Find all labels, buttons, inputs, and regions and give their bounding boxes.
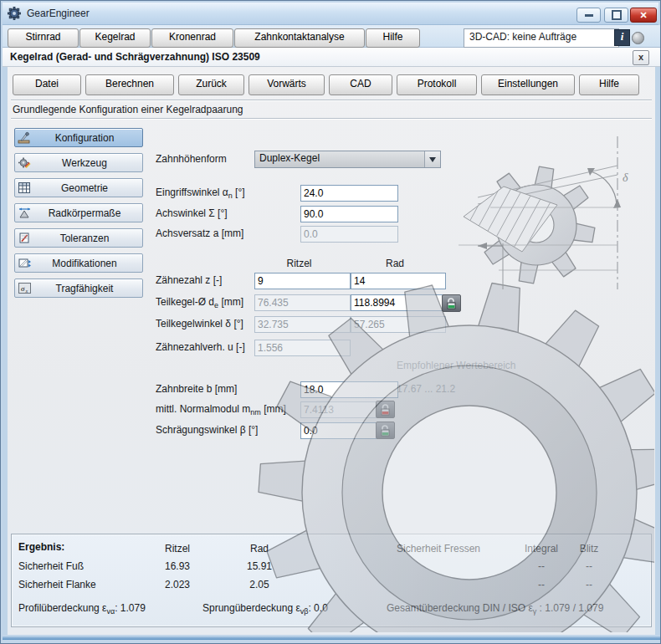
label-eingriffswinkel: Eingriffswinkel αn [°] bbox=[156, 187, 245, 200]
info-button[interactable]: i bbox=[614, 29, 630, 46]
menu-zahnkontaktanalyse[interactable]: Zahnkontaktanalyse bbox=[234, 28, 365, 48]
status-led bbox=[632, 32, 644, 44]
svg-text:σ: σ bbox=[21, 284, 25, 293]
app-gear-icon bbox=[8, 7, 21, 20]
teilkegel-ritzel-input bbox=[254, 294, 351, 311]
sidebar-item-label: Radkörpermaße bbox=[33, 207, 142, 219]
zahnbreite-input[interactable] bbox=[300, 381, 398, 398]
label-achswinkel: Achswinkel Σ [°] bbox=[156, 207, 228, 219]
minimize-button[interactable] bbox=[576, 8, 601, 23]
toolbar-zurueck[interactable]: Zurück bbox=[178, 74, 244, 95]
toolbar-datei[interactable]: Datei bbox=[13, 74, 81, 95]
results-header-fressen: Sicherheit Fressen bbox=[371, 543, 505, 555]
results-header-rad: Rad bbox=[226, 543, 293, 555]
eingriffswinkel-input[interactable] bbox=[300, 185, 398, 202]
sidebar-item-label: Toleranzen bbox=[33, 233, 142, 244]
lock-closed-icon bbox=[380, 403, 391, 416]
results-row-label: Sicherheit Flanke bbox=[18, 579, 96, 590]
sidebar-item-werkzeug[interactable]: Werkzeug bbox=[14, 153, 143, 172]
sidebar-item-label: Tragfähigkeit bbox=[33, 283, 142, 294]
modification-icon bbox=[15, 257, 33, 269]
sprung-overlap: Sprungüberdeckung εvβ: 0.0 bbox=[202, 602, 328, 616]
toolbar-einstellungen[interactable]: Einstellungen bbox=[481, 74, 575, 95]
cad-status-field: 3D-CAD: keine Aufträge bbox=[464, 28, 619, 48]
results-value: 16.93 bbox=[144, 560, 211, 572]
drafting-icon bbox=[15, 131, 33, 144]
zahnbreite-recommended-range: 17.67 ... 21.2 bbox=[397, 383, 455, 395]
sigma-icon: σx bbox=[15, 282, 33, 294]
results-header-ritzel: Ritzel bbox=[144, 543, 211, 555]
profil-overlap: Profilüberdeckung εvα: 1.079 bbox=[18, 602, 146, 616]
toolbar-vorwaerts[interactable]: Vorwärts bbox=[249, 74, 325, 95]
tool-gear-icon bbox=[15, 156, 33, 169]
sidebar-item-label: Konfiguration bbox=[33, 132, 142, 144]
divider bbox=[11, 118, 652, 120]
zaehnezahl-rad-input[interactable] bbox=[351, 273, 446, 289]
menu-stirnrad[interactable]: Stirnrad bbox=[8, 28, 79, 48]
label-zahnhoehenform: Zahnhöhenform bbox=[156, 153, 227, 165]
menu-kegelrad[interactable]: Kegelrad bbox=[79, 28, 151, 48]
results-row-label: Sicherheit Fuß bbox=[18, 560, 84, 572]
results-value: -- bbox=[560, 579, 618, 590]
results-header-blitz: Blitz bbox=[560, 543, 618, 555]
grid-icon bbox=[15, 181, 33, 194]
teilkegelwinkel-rad-input bbox=[351, 316, 446, 333]
title-bar: GearEngineer bbox=[3, 3, 658, 25]
normalmodul-lock-button[interactable] bbox=[376, 401, 395, 418]
frame-title: Kegelrad (Gerad- und Schrägverzahnung) I… bbox=[10, 51, 260, 63]
zaehnezahlverh-input bbox=[254, 340, 351, 356]
teilkegel-lock-button[interactable] bbox=[442, 294, 461, 312]
sidebar-item-label: Werkzeug bbox=[33, 157, 142, 169]
sidebar-item-geometrie[interactable]: Geometrie bbox=[14, 178, 143, 197]
close-icon: ✕ bbox=[639, 10, 647, 21]
sidebar-item-radkoerpermasse[interactable]: Radkörpermaße bbox=[14, 203, 143, 222]
menu-kronenrad[interactable]: Kronenrad bbox=[151, 28, 233, 48]
window-bottom-edge bbox=[3, 636, 660, 640]
svg-text:x: x bbox=[24, 289, 28, 294]
column-header-rad: Rad bbox=[351, 258, 439, 269]
label-teilkegel: Teilkegel-Ø de [mm] bbox=[156, 296, 243, 309]
window-title: GearEngineer bbox=[27, 8, 90, 19]
maximize-icon bbox=[612, 10, 622, 20]
normalmodul-input bbox=[300, 401, 378, 418]
sidebar-item-konfiguration[interactable]: Konfiguration bbox=[14, 128, 143, 147]
dimension-icon bbox=[15, 207, 33, 219]
sidebar-item-tragfaehigkeit[interactable]: σx Tragfähigkeit bbox=[14, 279, 143, 298]
teilkegel-rad-input[interactable] bbox=[351, 294, 446, 311]
achswinkel-input[interactable] bbox=[300, 206, 398, 222]
zahnhoehenform-dropdown[interactable]: Duplex-Kegel bbox=[254, 151, 441, 168]
sidebar-item-label: Geometrie bbox=[33, 182, 142, 194]
sidebar-item-label: Modifikationen bbox=[33, 258, 142, 269]
toolbar-cad[interactable]: CAD bbox=[329, 74, 392, 95]
gesamt-overlap: Gesamtüberdeckung DIN / ISO εγ : 1.079 /… bbox=[387, 602, 603, 616]
toolbar-hilfe[interactable]: Hilfe bbox=[579, 74, 639, 95]
results-value: -- bbox=[560, 560, 618, 572]
label-schraegungswinkel: Schrägungswinkel β [°] bbox=[156, 424, 258, 436]
schraegungswinkel-input[interactable] bbox=[300, 422, 378, 439]
close-button[interactable]: ✕ bbox=[630, 8, 657, 23]
results-value: 2.023 bbox=[144, 579, 211, 590]
toolbar-berechnen[interactable]: Berechnen bbox=[85, 74, 174, 95]
toolbar-protokoll[interactable]: Protokoll bbox=[397, 74, 477, 95]
maximize-button[interactable] bbox=[604, 8, 628, 23]
results-value: 15.91 bbox=[226, 560, 293, 572]
column-header-ritzel: Ritzel bbox=[254, 258, 344, 269]
chevron-down-icon[interactable] bbox=[424, 151, 440, 167]
schraegungswinkel-lock-button[interactable] bbox=[376, 422, 395, 439]
tolerance-pencil-icon bbox=[15, 232, 33, 244]
sidebar-item-toleranzen[interactable]: Toleranzen bbox=[14, 228, 143, 248]
sidebar-item-modifikationen[interactable]: Modifikationen bbox=[14, 253, 143, 273]
zaehnezahl-ritzel-input[interactable] bbox=[254, 273, 351, 289]
teilkegelwinkel-ritzel-input bbox=[254, 316, 351, 333]
application-window: GearEngineer ✕ Stirnrad Kegelrad Kronenr… bbox=[0, 0, 661, 644]
label-zaehnezahlverh: Zähnezahlverh. u [-] bbox=[156, 341, 245, 353]
recommended-range-header: Empfohlener Wertebereich bbox=[397, 360, 516, 371]
frame-close-button[interactable]: x bbox=[633, 50, 649, 65]
zahnhoehenform-value: Duplex-Kegel bbox=[255, 151, 424, 167]
lock-open-icon bbox=[380, 424, 391, 437]
menu-hilfe[interactable]: Hilfe bbox=[366, 28, 420, 48]
label-teilkegelwinkel: Teilkegelwinkel δ [°] bbox=[156, 318, 243, 330]
frame-header: Kegelrad (Gerad- und Schrägverzahnung) I… bbox=[3, 48, 660, 67]
results-panel: Ergebnis: Ritzel Rad Sicherheit Fressen … bbox=[11, 534, 652, 627]
status-line: Grundlegende Konfiguration einer Kegelra… bbox=[13, 104, 243, 115]
